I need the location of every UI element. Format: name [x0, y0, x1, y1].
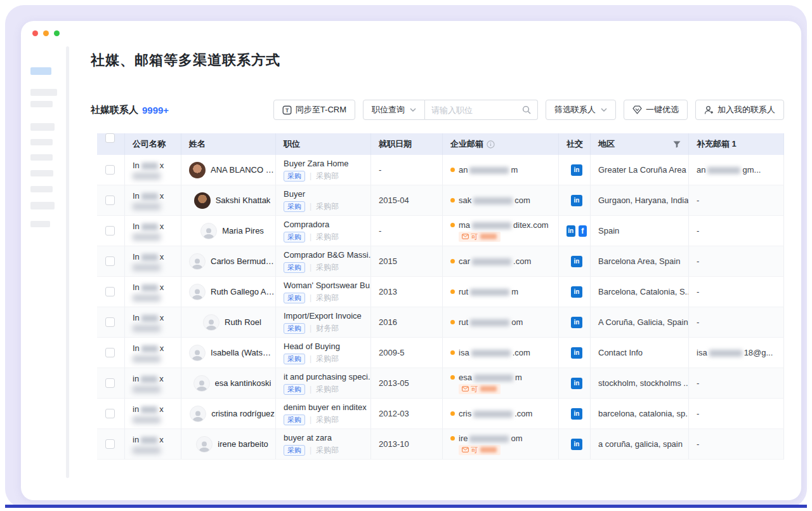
linkedin-icon[interactable]: in — [571, 195, 582, 206]
col-header-position[interactable]: 职位 — [276, 133, 371, 155]
add-to-my-contacts-button[interactable]: 加入我的联系人 — [695, 100, 784, 120]
start-date-cell: 2013-05 — [371, 368, 443, 399]
row-checkbox[interactable] — [105, 226, 115, 236]
redacted-blur — [470, 289, 509, 296]
row-checkbox[interactable] — [105, 196, 115, 205]
row-checkbox[interactable] — [105, 256, 115, 266]
table-row[interactable]: inxcristina rodríguezdenim buyer en indi… — [97, 399, 784, 429]
sidebar-skeleton-item-active[interactable] — [30, 67, 51, 75]
zoom-button[interactable] — [54, 30, 60, 36]
filter-contacts-button[interactable]: 筛选联系人 — [546, 100, 616, 120]
sync-tcrm-button[interactable]: T 同步至T-CRM — [273, 100, 355, 120]
row-checkbox[interactable] — [105, 439, 115, 449]
avatar-placeholder-icon — [193, 375, 210, 392]
extra-email-cell: isa18@g... — [689, 338, 784, 368]
col-header-name[interactable]: 姓名 — [181, 133, 276, 155]
table-row[interactable]: inxesa kantinkoskiit and purchasing spec… — [97, 368, 784, 399]
search-icon[interactable] — [522, 105, 531, 114]
region-cell: stockholm, stockholms ... — [591, 368, 689, 399]
region-cell: A Coruña, Galicia, Spain — [591, 307, 689, 338]
window-frame: 社媒、邮箱等多渠道联系方式 社媒联系人 9999+ T 同步至T-CRM — [5, 5, 807, 508]
email-cell: ireom可 — [443, 429, 559, 460]
redacted-blur — [141, 406, 157, 413]
col-header-email[interactable]: 企业邮箱 — [443, 133, 559, 155]
minimize-button[interactable] — [43, 30, 49, 36]
info-icon[interactable] — [487, 140, 495, 149]
col-header-company[interactable]: 公司名称 — [125, 133, 181, 155]
row-checkbox[interactable] — [105, 378, 115, 388]
avatar-photo — [189, 162, 206, 178]
contact-name: cristina rodríguez — [211, 409, 275, 418]
email-status-dot — [450, 320, 455, 324]
redacted-blur — [133, 234, 160, 241]
position-search-input[interactable] — [431, 105, 522, 115]
start-date-cell: 2013-10 — [371, 429, 443, 460]
row-checkbox[interactable] — [105, 409, 115, 418]
linkedin-icon[interactable]: in — [571, 408, 582, 420]
masked-text: - — [697, 226, 783, 236]
filter-funnel-icon[interactable] — [673, 141, 681, 148]
sidebar-skeleton-item[interactable] — [30, 186, 53, 192]
linkedin-icon[interactable]: in — [571, 286, 582, 298]
table-row[interactable]: InxMaria PiresCompradora采购|采购部-maditex.c… — [97, 216, 784, 246]
one-click-select-button[interactable]: 一键优选 — [624, 100, 688, 120]
redacted-blur — [133, 447, 160, 454]
position-title: Compradora — [284, 220, 370, 229]
sidebar-skeleton-item[interactable] — [30, 139, 53, 145]
email-cell: car.com — [443, 246, 559, 277]
linkedin-icon[interactable]: in — [571, 347, 582, 359]
table-row[interactable]: InxANA BLANCO REYBuyer Zara Home采购|采购部-a… — [97, 155, 784, 185]
position-cell: denim buyer en inditex采购|采购部 — [276, 399, 371, 429]
department-label: 采购部 — [316, 354, 339, 364]
table-row[interactable]: inxirene barbeitobuyer at zara采购|采购部2013… — [97, 429, 784, 460]
position-query-dropdown[interactable]: 职位查询 — [363, 100, 425, 120]
email-cell: cris.com — [443, 399, 559, 429]
name-cell: Isabella (Watson) L... — [181, 338, 276, 368]
table-row[interactable]: InxSakshi KhattakBuyer采购|采购部2015-04sakco… — [97, 185, 784, 216]
company-name: Inx — [133, 282, 181, 292]
table-row[interactable]: InxRuth RoelImport/Export Invoice采购|财务部2… — [97, 307, 784, 338]
linkedin-icon[interactable]: in — [571, 164, 582, 176]
position-tags: 采购|采购部 — [284, 354, 370, 364]
row-checkbox[interactable] — [105, 287, 115, 296]
col-header-start-date[interactable]: 就职日期 — [371, 133, 443, 155]
social-cell: in — [559, 307, 591, 338]
table-row[interactable]: InxRuth Gallego AgullóWoman' Sportswear … — [97, 277, 784, 307]
linkedin-icon[interactable]: in — [571, 256, 582, 267]
sidebar-skeleton-item[interactable] — [30, 89, 57, 96]
row-checkbox[interactable] — [105, 165, 115, 175]
sidebar-skeleton-item[interactable] — [30, 170, 53, 176]
masked-text: rutom — [459, 317, 523, 327]
table-row[interactable]: InxCarlos Bermudo Cr...Comprador B&G Mas… — [97, 246, 784, 277]
close-button[interactable] — [32, 30, 38, 36]
email-status-dot — [450, 289, 455, 294]
col-header-region[interactable]: 地区 — [591, 133, 689, 155]
linkedin-icon[interactable]: in — [571, 439, 582, 450]
position-title: Woman' Sportswear Bu... — [284, 281, 370, 290]
table-header: 公司名称 姓名 职位 就职日期 企业邮箱 社交 地区 — [97, 133, 784, 155]
linkedin-icon[interactable]: in — [571, 378, 582, 389]
sidebar-skeleton-item[interactable] — [30, 154, 53, 161]
redacted-blur — [473, 197, 513, 204]
row-checkbox[interactable] — [105, 348, 115, 357]
row-checkbox[interactable] — [105, 317, 115, 327]
position-tags: 采购|采购部 — [284, 415, 370, 425]
table-row[interactable]: InxIsabella (Watson) L...Head of Buying采… — [97, 338, 784, 368]
linkedin-icon[interactable]: in — [566, 225, 575, 237]
sidebar-skeleton-item[interactable] — [30, 123, 55, 131]
masked-text: - — [697, 378, 783, 388]
redacted-blur — [472, 258, 511, 265]
window-controls — [32, 30, 60, 36]
sidebar-skeleton-item[interactable] — [30, 202, 55, 209]
sidebar-skeleton-item[interactable] — [30, 101, 53, 107]
linkedin-icon[interactable]: in — [571, 317, 582, 328]
start-date-cell: 2016 — [371, 307, 443, 338]
col-header-social[interactable]: 社交 — [559, 133, 591, 155]
sidebar-skeleton-item[interactable] — [30, 221, 50, 227]
position-tags: 采购|采购部 — [284, 201, 370, 212]
position-cell: Import/Export Invoice采购|财务部 — [276, 307, 371, 338]
col-header-extra-email[interactable]: 补充邮箱 1 — [689, 133, 784, 155]
select-all-checkbox[interactable] — [105, 133, 115, 143]
purchase-tag: 采购 — [284, 171, 305, 182]
facebook-icon[interactable]: f — [579, 225, 587, 237]
